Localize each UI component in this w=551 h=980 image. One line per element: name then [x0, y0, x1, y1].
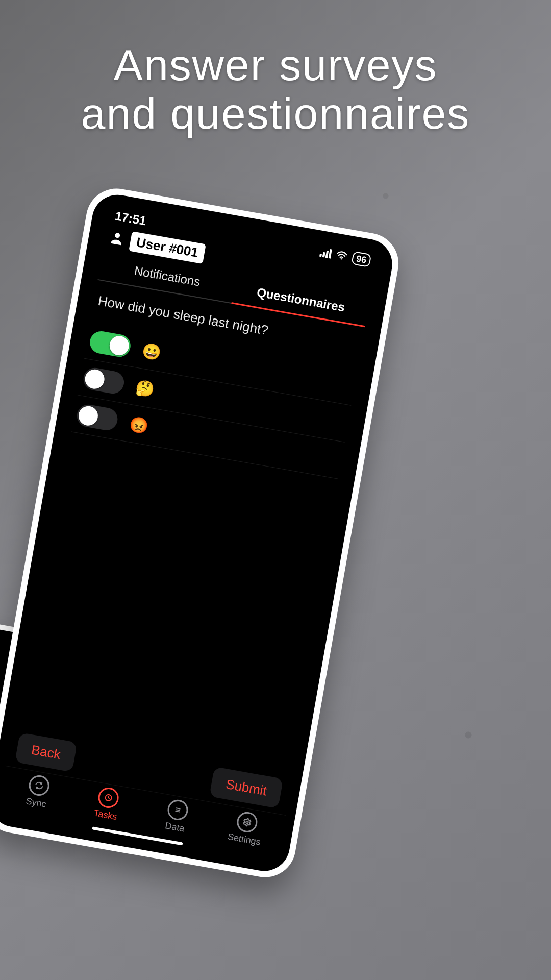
emoji-thinking-icon: 🤔	[134, 378, 156, 399]
option-toggle-angry[interactable]	[75, 403, 119, 432]
headline-line-1: Answer surveys	[114, 40, 438, 89]
back-button[interactable]: Back	[15, 732, 77, 772]
svg-point-3	[246, 821, 248, 823]
nav-item-data[interactable]: Data	[139, 794, 214, 839]
tasks-icon	[96, 786, 120, 810]
sync-icon	[28, 774, 51, 797]
svg-point-1	[114, 232, 120, 238]
option-toggle-thinking[interactable]	[82, 366, 126, 395]
emoji-happy-icon: 😀	[141, 341, 163, 362]
nav-label: Data	[164, 820, 185, 834]
marketing-headline: Answer surveys and questionnaires	[0, 41, 551, 137]
nav-item-settings[interactable]: Settings	[209, 806, 284, 851]
app-screen: 17:51 96	[0, 202, 386, 865]
svg-point-0	[340, 258, 342, 260]
nav-label: Tasks	[93, 808, 118, 823]
headline-line-2: and questionnaires	[81, 89, 470, 138]
wifi-icon	[335, 248, 349, 264]
option-toggle-happy[interactable]	[88, 329, 132, 358]
nav-item-sync[interactable]: Sync	[1, 769, 76, 814]
emoji-angry-icon: 😡	[128, 414, 150, 435]
user-avatar-icon[interactable]	[108, 229, 126, 249]
battery-level: 96	[351, 251, 371, 267]
nav-item-tasks[interactable]: Tasks	[70, 781, 145, 826]
phone-mockup: 17:51 96	[0, 184, 404, 882]
cellular-signal-icon	[319, 248, 332, 259]
nav-label: Settings	[227, 831, 262, 848]
data-icon	[166, 798, 189, 822]
submit-button[interactable]: Submit	[209, 767, 283, 808]
settings-icon	[235, 811, 259, 834]
nav-label: Sync	[25, 796, 47, 810]
